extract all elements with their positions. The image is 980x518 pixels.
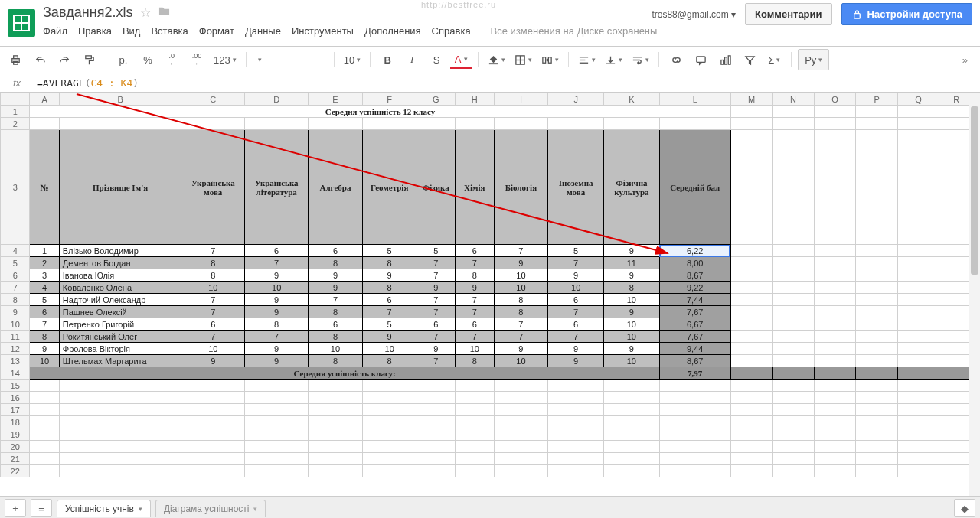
h-align-icon[interactable] <box>575 51 599 68</box>
row-header[interactable]: 2 <box>1 118 30 130</box>
cell[interactable] <box>730 257 773 269</box>
cell[interactable] <box>773 465 815 477</box>
cell-grade[interactable]: 7 <box>416 355 456 367</box>
cell[interactable] <box>773 453 815 465</box>
col-header[interactable]: K <box>604 93 660 106</box>
cell[interactable] <box>897 318 939 331</box>
cell[interactable] <box>856 294 898 306</box>
table-header[interactable]: Хімія <box>456 130 495 245</box>
cell[interactable] <box>604 404 660 416</box>
row-header[interactable]: 10 <box>1 318 30 331</box>
cell-grade[interactable]: 8 <box>362 282 416 294</box>
cell-num[interactable]: 4 <box>30 282 59 294</box>
cell-grade[interactable]: 9 <box>604 245 660 257</box>
fill-color-icon[interactable] <box>485 51 508 68</box>
cell[interactable] <box>30 465 59 477</box>
cell[interactable] <box>659 428 730 441</box>
cell[interactable] <box>456 428 495 441</box>
col-header[interactable]: O <box>814 93 856 106</box>
cell[interactable] <box>309 416 363 428</box>
cell[interactable] <box>30 392 59 404</box>
cell[interactable] <box>548 428 604 441</box>
cell-grade[interactable]: 9 <box>362 331 416 343</box>
summary-label[interactable]: Середня успішність класу: <box>30 367 659 380</box>
cell[interactable] <box>730 331 773 343</box>
row-header[interactable]: 19 <box>1 428 30 441</box>
cell[interactable] <box>730 282 773 294</box>
cell-grade[interactable]: 7 <box>181 245 245 257</box>
table-header[interactable]: Біологія <box>494 130 548 245</box>
cell[interactable] <box>362 416 416 428</box>
cell-grade[interactable]: 6 <box>548 318 604 331</box>
cell[interactable] <box>494 465 548 477</box>
cell[interactable] <box>814 404 856 416</box>
cell[interactable] <box>362 441 416 453</box>
cell-name[interactable]: Пашнев Олексій <box>59 306 181 318</box>
cell[interactable] <box>814 441 856 453</box>
wrap-text-icon[interactable] <box>629 51 652 68</box>
redo-icon[interactable] <box>54 51 75 68</box>
script-button[interactable]: Py <box>798 49 829 70</box>
row-header[interactable]: 4 <box>1 245 30 257</box>
cell[interactable] <box>773 441 815 453</box>
cell-grade[interactable]: 5 <box>416 245 456 257</box>
cell[interactable] <box>181 441 245 453</box>
paint-format-icon[interactable] <box>78 51 100 68</box>
menu-edit[interactable]: Правка <box>78 25 112 37</box>
cell-grade[interactable]: 9 <box>548 343 604 355</box>
menu-addons[interactable]: Дополнения <box>364 25 421 37</box>
cell-grade[interactable]: 8 <box>245 318 309 331</box>
row-header[interactable]: 5 <box>1 257 30 269</box>
cell[interactable] <box>59 465 181 477</box>
cell[interactable] <box>773 130 815 245</box>
cell-grade[interactable]: 7 <box>181 294 245 306</box>
cell[interactable] <box>773 355 815 367</box>
cell-grade[interactable]: 9 <box>604 343 660 355</box>
cell[interactable] <box>897 465 939 477</box>
cell[interactable] <box>814 118 856 130</box>
cell[interactable] <box>856 465 898 477</box>
cell[interactable] <box>773 282 815 294</box>
cell[interactable] <box>773 294 815 306</box>
cell[interactable] <box>181 453 245 465</box>
cell[interactable] <box>659 441 730 453</box>
menu-tools[interactable]: Инструменты <box>292 25 354 37</box>
cell-grade[interactable]: 5 <box>548 245 604 257</box>
menu-insert[interactable]: Вставка <box>151 25 188 37</box>
cell[interactable] <box>245 416 309 428</box>
cell-grade[interactable]: 8 <box>456 269 495 282</box>
cell[interactable] <box>548 404 604 416</box>
col-header[interactable]: D <box>245 93 309 106</box>
cell-grade[interactable]: 7 <box>416 269 456 282</box>
strike-button[interactable]: S <box>426 51 447 68</box>
cell[interactable] <box>897 257 939 269</box>
cell[interactable] <box>814 453 856 465</box>
summary-value[interactable]: 7,97 <box>659 367 730 380</box>
sheet-title[interactable]: Середня успішність 12 класу <box>30 106 730 118</box>
cell-grade[interactable]: 9 <box>416 343 456 355</box>
cell[interactable] <box>548 441 604 453</box>
cell[interactable] <box>814 355 856 367</box>
cell-grade[interactable]: 9 <box>456 282 495 294</box>
cell[interactable] <box>856 306 898 318</box>
cell[interactable] <box>814 331 856 343</box>
bold-button[interactable]: B <box>377 51 398 68</box>
cell[interactable] <box>773 380 815 392</box>
table-header[interactable]: Українськалітература <box>245 130 309 245</box>
cell-grade[interactable]: 9 <box>604 306 660 318</box>
cell[interactable] <box>548 416 604 428</box>
cell-grade[interactable]: 6 <box>456 318 495 331</box>
cell[interactable] <box>814 282 856 294</box>
cell[interactable] <box>730 130 773 245</box>
cell[interactable] <box>456 416 495 428</box>
cell[interactable] <box>30 453 59 465</box>
cell[interactable] <box>309 380 363 392</box>
cell[interactable] <box>362 380 416 392</box>
cell[interactable] <box>730 318 773 331</box>
cell[interactable] <box>814 269 856 282</box>
cell-grade[interactable]: 8 <box>362 257 416 269</box>
folder-icon[interactable] <box>158 5 170 20</box>
row-header[interactable]: 8 <box>1 294 30 306</box>
cell-grade[interactable]: 7 <box>362 306 416 318</box>
cell[interactable] <box>897 367 939 380</box>
